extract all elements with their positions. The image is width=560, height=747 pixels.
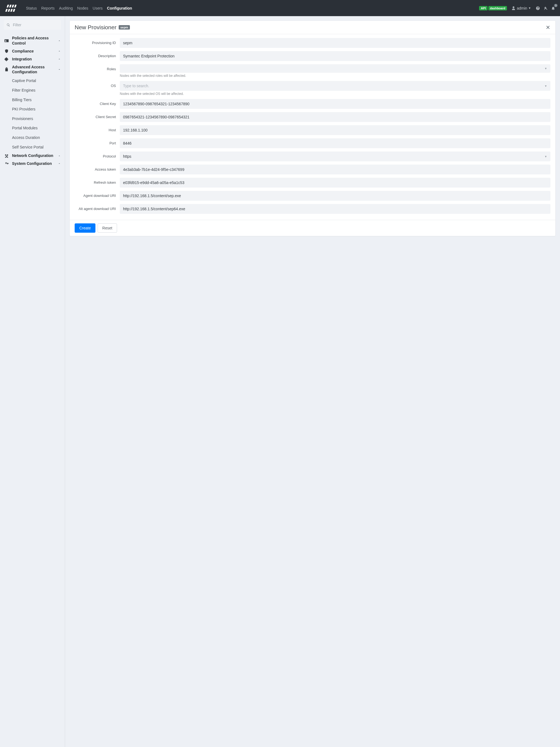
tab-status[interactable]: Status — [24, 4, 39, 12]
label-host: Host — [75, 125, 120, 132]
sidebar-filter[interactable] — [4, 20, 61, 30]
nav-tabs: Status Reports Auditing Nodes Users Conf… — [24, 4, 134, 12]
label-access-token: Access token — [75, 164, 120, 172]
label-refresh-token: Refresh token — [75, 178, 120, 185]
sidebar: Policies and Access Control Compliance I… — [0, 16, 65, 747]
sidebar-item-filter-engines[interactable]: Filter Engines — [4, 85, 61, 95]
label-protocol: Protocol — [75, 152, 120, 158]
sidebar-section-network[interactable]: Network Configuration — [4, 152, 61, 160]
label-description: Description — [75, 51, 120, 58]
input-client-key[interactable] — [120, 99, 551, 109]
sidebar-filter-input[interactable] — [13, 23, 61, 27]
input-host[interactable] — [120, 125, 551, 135]
card-header: New Provisioner sepm — [70, 21, 555, 34]
label-client-secret: Client Secret — [75, 112, 120, 119]
select-os[interactable]: Type to search. ▼ — [120, 81, 551, 91]
sidebar-item-pki-providers[interactable]: PKI Providers — [4, 104, 61, 114]
input-client-secret[interactable] — [120, 112, 551, 122]
chevron-up-icon — [58, 50, 61, 53]
nav-right: API dashboard admin ▼ 3 — [479, 5, 556, 11]
label-port: Port — [75, 138, 120, 145]
idcard-icon — [4, 38, 9, 43]
create-button[interactable]: Create — [75, 223, 96, 233]
sidebar-item-captive-portal[interactable]: Captive Portal — [4, 76, 61, 85]
gears-icon — [4, 161, 9, 166]
sidebar-section-compliance[interactable]: Compliance — [4, 47, 61, 55]
select-roles[interactable]: ▼ — [120, 64, 551, 73]
logo — [4, 4, 19, 13]
label-provisioning-id: Provisioning ID — [75, 38, 120, 45]
tab-users[interactable]: Users — [91, 4, 105, 12]
sidebar-item-access-duration[interactable]: Access Duration — [4, 133, 61, 143]
label-os: OS — [75, 81, 120, 88]
input-port[interactable] — [120, 138, 551, 148]
caret-down-icon: ▼ — [544, 67, 547, 70]
label-alt-agent-uri: Alt agent download URI — [75, 204, 120, 211]
tab-reports[interactable]: Reports — [39, 4, 57, 12]
svg-rect-4 — [5, 7, 19, 9]
tools-icon[interactable] — [543, 6, 548, 11]
input-agent-uri[interactable] — [120, 191, 551, 201]
chevron-up-icon — [58, 154, 61, 157]
sidebar-section-system[interactable]: System Configuration — [4, 160, 61, 168]
reset-button[interactable]: Reset — [98, 223, 117, 233]
tab-configuration[interactable]: Configuration — [105, 4, 134, 12]
label-roles: Roles — [75, 64, 120, 71]
shield-icon — [4, 49, 9, 53]
provisioner-card: New Provisioner sepm Provisioning ID Des… — [70, 21, 556, 236]
chevron-down-icon: ▼ — [528, 6, 531, 9]
puzzle-icon — [4, 57, 9, 61]
help-roles: Nodes with the selected roles will be af… — [120, 74, 551, 78]
title-tag: sepm — [119, 25, 130, 29]
bell-count: 3 — [554, 4, 558, 7]
input-description[interactable] — [120, 51, 551, 61]
form: Provisioning ID Description Roles ▼ Node… — [70, 34, 555, 220]
sidebar-section-policies[interactable]: Policies and Access Control — [4, 34, 61, 47]
network-icon — [4, 154, 9, 158]
input-alt-agent-uri[interactable] — [120, 204, 551, 214]
sidebar-item-self-service[interactable]: Self Service Portal — [4, 143, 61, 152]
user-icon — [511, 6, 516, 10]
dashboard-badge[interactable]: dashboard — [488, 6, 507, 10]
clipboard-icon — [4, 67, 9, 72]
caret-down-icon: ▼ — [544, 155, 547, 158]
close-button[interactable] — [545, 25, 551, 30]
chevron-up-icon — [58, 57, 61, 61]
tab-nodes[interactable]: Nodes — [75, 4, 90, 12]
select-protocol[interactable]: https ▼ — [120, 152, 551, 161]
chevron-down-icon — [58, 68, 61, 71]
page-title: New Provisioner sepm — [75, 24, 130, 31]
sidebar-item-provisioners[interactable]: Provisioners — [4, 114, 61, 124]
caret-down-icon: ▼ — [544, 84, 547, 87]
sidebar-section-integration[interactable]: Integration — [4, 55, 61, 63]
sidebar-section-advanced[interactable]: Advanced Access Configuration — [4, 63, 61, 76]
top-nav: Status Reports Auditing Nodes Users Conf… — [0, 0, 560, 16]
chevron-up-icon — [58, 162, 61, 165]
help-icon[interactable] — [535, 6, 540, 11]
tab-auditing[interactable]: Auditing — [57, 4, 75, 12]
chevron-up-icon — [58, 39, 61, 42]
label-agent-uri: Agent download URI — [75, 191, 120, 198]
help-os: Nodes with the selected OS will be affec… — [120, 92, 551, 96]
input-refresh-token[interactable] — [120, 178, 551, 187]
input-provisioning-id[interactable] — [120, 38, 551, 48]
api-badge[interactable]: API — [479, 6, 487, 10]
user-menu[interactable]: admin ▼ — [510, 5, 533, 11]
card-footer: Create Reset — [70, 220, 555, 236]
main: New Provisioner sepm Provisioning ID Des… — [65, 16, 560, 747]
status-badges: API dashboard — [479, 6, 507, 10]
sidebar-item-billing-tiers[interactable]: Billing Tiers — [4, 95, 61, 105]
bell-icon[interactable]: 3 — [551, 6, 556, 11]
sidebar-item-portal-modules[interactable]: Portal Modules — [4, 123, 61, 133]
input-access-token[interactable] — [120, 164, 551, 175]
label-client-key: Client Key — [75, 99, 120, 106]
username: admin — [517, 6, 527, 10]
search-icon — [6, 23, 10, 27]
